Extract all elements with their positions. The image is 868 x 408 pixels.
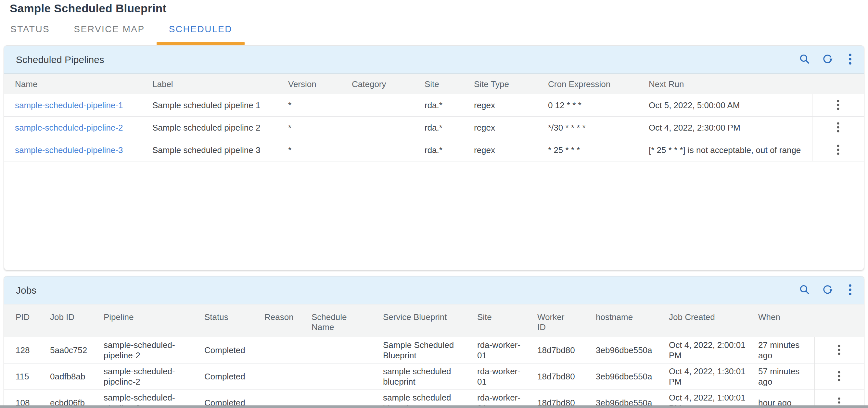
job-site: rda-worker-01 bbox=[472, 364, 532, 390]
kebab-icon bbox=[848, 284, 852, 297]
col-header-when: When bbox=[753, 304, 814, 337]
job-reason bbox=[259, 364, 306, 390]
pipeline-site-type: regex bbox=[469, 139, 543, 161]
tab-service-map-label: SERVICE MAP bbox=[74, 24, 145, 34]
pipeline-link-2[interactable]: sample-scheduled-pipeline-2 bbox=[15, 123, 123, 132]
scheduled-pipelines-header: Scheduled Pipelines bbox=[4, 46, 864, 74]
jobs-header: Jobs bbox=[4, 277, 864, 304]
col-header-next-run: Next Run bbox=[644, 74, 812, 94]
jobs-title: Jobs bbox=[16, 285, 798, 296]
viewport-bottom-edge bbox=[0, 405, 868, 408]
pipeline-row-menu-button[interactable] bbox=[832, 121, 845, 134]
pipeline-site: rda.* bbox=[420, 117, 469, 139]
jobs-menu-button[interactable] bbox=[844, 284, 857, 297]
col-header-hostname: hostname bbox=[591, 304, 664, 337]
pipeline-cron: * 25 * * * bbox=[543, 139, 644, 161]
pipeline-category bbox=[347, 139, 420, 161]
job-row: 128 5aa0c752 sample-scheduled-pipeline-2… bbox=[4, 337, 864, 364]
job-id: 0adfb8ab bbox=[45, 364, 98, 390]
col-header-job-id: Job ID bbox=[45, 304, 98, 337]
job-row: 115 0adfb8ab sample-scheduled-pipeline-2… bbox=[4, 364, 864, 390]
jobs-refresh-button[interactable] bbox=[821, 284, 834, 297]
tab-scheduled-label: SCHEDULED bbox=[169, 24, 232, 34]
jobs-actions bbox=[798, 284, 864, 297]
pipeline-label: Sample scheduled pipeline 1 bbox=[147, 94, 283, 117]
job-reason bbox=[259, 337, 306, 364]
kebab-icon bbox=[837, 344, 841, 356]
page-title: Sample Scheduled Blueprint bbox=[10, 2, 166, 15]
pipeline-link-3[interactable]: sample-scheduled-pipeline-3 bbox=[15, 145, 123, 155]
pipeline-site-type: regex bbox=[469, 94, 543, 117]
tab-status[interactable]: STATUS bbox=[10, 24, 50, 34]
pipeline-cron: 0 12 * * * bbox=[543, 94, 644, 117]
job-pid: 115 bbox=[4, 364, 45, 390]
job-pipeline: sample-scheduled-pipeline-2 bbox=[98, 364, 199, 390]
pipeline-cron: */30 * * * * bbox=[543, 117, 644, 139]
pipeline-category bbox=[347, 117, 420, 139]
job-created: Oct 4, 2022, 1:30:01 PM bbox=[664, 364, 753, 390]
job-site: rda-worker-01 bbox=[472, 337, 532, 364]
jobs-search-button[interactable] bbox=[798, 284, 811, 297]
pipelines-menu-button[interactable] bbox=[844, 53, 857, 66]
col-header-service-blueprint: Service Blueprint bbox=[378, 304, 472, 337]
tab-bar: STATUS SERVICE MAP SCHEDULED bbox=[10, 22, 256, 36]
refresh-icon bbox=[822, 284, 833, 296]
jobs-header-row: PID Job ID Pipeline Status Reason Schedu… bbox=[4, 304, 864, 337]
job-when: 57 minutes ago bbox=[753, 364, 814, 390]
kebab-icon bbox=[836, 144, 840, 156]
pipeline-row: sample-scheduled-pipeline-1 Sample sched… bbox=[4, 94, 864, 117]
active-tab-underline bbox=[157, 42, 245, 45]
job-row-menu-button[interactable] bbox=[833, 370, 845, 383]
job-created: Oct 4, 2022, 2:00:01 PM bbox=[664, 337, 753, 364]
kebab-icon bbox=[848, 53, 852, 66]
pipeline-row-menu-button[interactable] bbox=[832, 144, 845, 157]
pipeline-site-type: regex bbox=[469, 117, 543, 139]
pipeline-site: rda.* bbox=[420, 94, 469, 117]
pipeline-next-run: [* 25 * * *] is not acceptable, out of r… bbox=[644, 139, 812, 161]
col-header-schedule-name: Schedule Name bbox=[306, 304, 378, 337]
job-schedule-name bbox=[306, 337, 378, 364]
job-when: 27 minutes ago bbox=[753, 337, 814, 364]
pipeline-label: Sample scheduled pipeline 3 bbox=[147, 139, 283, 161]
col-header-actions bbox=[814, 304, 864, 337]
pipeline-site: rda.* bbox=[420, 139, 469, 161]
pipeline-category bbox=[347, 94, 420, 117]
scheduled-pipelines-actions bbox=[798, 53, 864, 66]
pipeline-link-1[interactable]: sample-scheduled-pipeline-1 bbox=[15, 100, 123, 110]
col-header-pipeline: Pipeline bbox=[98, 304, 199, 337]
job-pipeline: sample-scheduled-pipeline-2 bbox=[98, 337, 199, 364]
col-header-name: Name bbox=[4, 74, 147, 94]
job-hostname: 3eb96dbe550a bbox=[591, 364, 664, 390]
job-schedule-name bbox=[306, 364, 378, 390]
col-header-pid: PID bbox=[4, 304, 45, 337]
jobs-table: PID Job ID Pipeline Status Reason Schedu… bbox=[4, 304, 864, 408]
pipeline-row: sample-scheduled-pipeline-2 Sample sched… bbox=[4, 117, 864, 139]
tab-scheduled[interactable]: SCHEDULED bbox=[168, 24, 233, 34]
pipeline-row: sample-scheduled-pipeline-3 Sample sched… bbox=[4, 139, 864, 161]
search-icon bbox=[799, 54, 810, 66]
scheduled-pipelines-panel: Scheduled Pipelines bbox=[4, 45, 864, 270]
kebab-icon bbox=[836, 122, 840, 134]
pipeline-version: * bbox=[283, 94, 347, 117]
kebab-icon bbox=[836, 99, 840, 112]
pipelines-search-button[interactable] bbox=[798, 53, 811, 66]
tab-service-map[interactable]: SERVICE MAP bbox=[73, 24, 145, 34]
col-header-status: Status bbox=[199, 304, 259, 337]
job-row-menu-button[interactable] bbox=[833, 344, 845, 357]
job-service-blueprint: sample scheduled blueprint bbox=[378, 364, 472, 390]
col-header-site: Site bbox=[472, 304, 532, 337]
col-header-site: Site bbox=[420, 74, 469, 94]
pipelines-refresh-button[interactable] bbox=[821, 53, 834, 66]
pipeline-row-menu-button[interactable] bbox=[832, 99, 845, 112]
pipeline-label: Sample scheduled pipeline 2 bbox=[147, 117, 283, 139]
col-header-version: Version bbox=[283, 74, 347, 94]
col-header-job-created: Job Created bbox=[664, 304, 753, 337]
job-service-blueprint: Sample Scheduled Blueprint bbox=[378, 337, 472, 364]
kebab-icon bbox=[837, 371, 841, 383]
page: Sample Scheduled Blueprint STATUS SERVIC… bbox=[0, 0, 868, 408]
job-id: 5aa0c752 bbox=[45, 337, 98, 364]
job-worker-id: 18d7bd80 bbox=[532, 337, 591, 364]
pipeline-version: * bbox=[283, 139, 347, 161]
job-pid: 128 bbox=[4, 337, 45, 364]
col-header-site-type: Site Type bbox=[469, 74, 543, 94]
